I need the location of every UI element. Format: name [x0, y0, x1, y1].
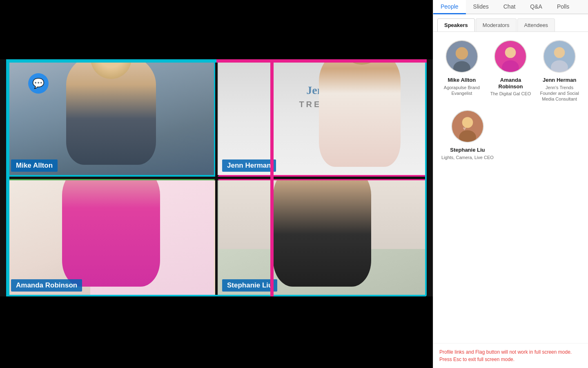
video-grid: 💬 Mike Allton Jenn'sTRENDS Jenn Herman — [6, 59, 427, 296]
speaker-card-mike: Mike Allton Agorapulse Brand Evangelist — [439, 40, 484, 102]
sub-tabs: Speakers Moderators Attendees — [433, 14, 588, 32]
video-cell-amanda: Amanda Robinson — [8, 179, 215, 295]
subtab-attendees[interactable]: Attendees — [517, 18, 555, 31]
tab-qa[interactable]: Q&A — [523, 0, 550, 14]
video-cell-jenn: Jenn'sTRENDS Jenn Herman — [218, 61, 425, 177]
speaker-card-jenn: Jenn Herman Jenn's Trends Founder and So… — [537, 40, 582, 102]
speaker-name-mike: Mike Allton — [448, 77, 476, 83]
video-cell-mike: 💬 Mike Allton — [8, 61, 215, 177]
speaker-avatar-mike — [445, 40, 478, 73]
svg-point-7 — [554, 47, 565, 58]
speakers-content: Mike Allton Agorapulse Brand Evangelist … — [433, 32, 588, 343]
speaker-title-amanda: The Digital Gal CEO — [490, 91, 531, 96]
footer-note: Profile links and Flag button will not w… — [433, 343, 588, 368]
color-bar-cyan — [6, 59, 216, 63]
speaker-avatar-amanda — [494, 40, 527, 73]
jenn-name-label: Jenn Herman — [222, 159, 276, 172]
video-cell-stephanie: Stephanie Liu — [218, 179, 425, 295]
mike-name-label: Mike Allton — [11, 159, 58, 172]
speaker-card-amanda: Amanda Robinson The Digital Gal CEO — [488, 40, 533, 102]
speaker-title-jenn: Jenn's Trends Founder and Social Media C… — [537, 85, 582, 102]
right-panel: People Slides Chat Q&A Polls Speakers Mo… — [433, 0, 588, 368]
speaker-title-stephanie: Lights, Camera, Live CEO — [441, 155, 494, 160]
subtab-speakers[interactable]: Speakers — [437, 18, 475, 31]
tab-slides[interactable]: Slides — [466, 0, 496, 14]
speaker-avatar-stephanie: ♥ — [451, 110, 484, 143]
svg-text:♥: ♥ — [463, 126, 466, 132]
speaker-name-amanda: Amanda Robinson — [488, 77, 533, 90]
svg-point-4 — [505, 47, 516, 58]
tab-chat[interactable]: Chat — [496, 0, 523, 14]
bottom-black-bar — [0, 296, 433, 368]
top-tabs: People Slides Chat Q&A Polls — [433, 0, 588, 14]
subtab-moderators[interactable]: Moderators — [476, 18, 517, 31]
speaker-name-stephanie: Stephanie Liu — [450, 147, 485, 153]
svg-point-1 — [456, 47, 468, 59]
top-black-bar — [0, 0, 433, 59]
speaker-avatar-jenn — [543, 40, 576, 73]
speaker-card-stephanie: ♥ Stephanie Liu Lights, Camera, Live CEO — [441, 110, 494, 160]
color-bar-right-pink — [270, 59, 274, 296]
stephanie-name-label: Stephanie Liu — [222, 279, 277, 292]
tab-polls[interactable]: Polls — [550, 0, 577, 14]
speakers-grid-row2: ♥ Stephanie Liu Lights, Camera, Live CEO — [439, 110, 582, 168]
speakers-grid-row1: Mike Allton Agorapulse Brand Evangelist … — [439, 40, 582, 102]
speaker-title-mike: Agorapulse Brand Evangelist — [439, 85, 484, 96]
video-area: 💬 Mike Allton Jenn'sTRENDS Jenn Herman — [0, 0, 433, 368]
amanda-name-label: Amanda Robinson — [11, 279, 82, 292]
color-bar-pink-top — [216, 59, 427, 63]
tab-people[interactable]: People — [433, 0, 466, 14]
speaker-name-jenn: Jenn Herman — [543, 77, 576, 83]
color-bar-left-cyan — [6, 59, 9, 296]
